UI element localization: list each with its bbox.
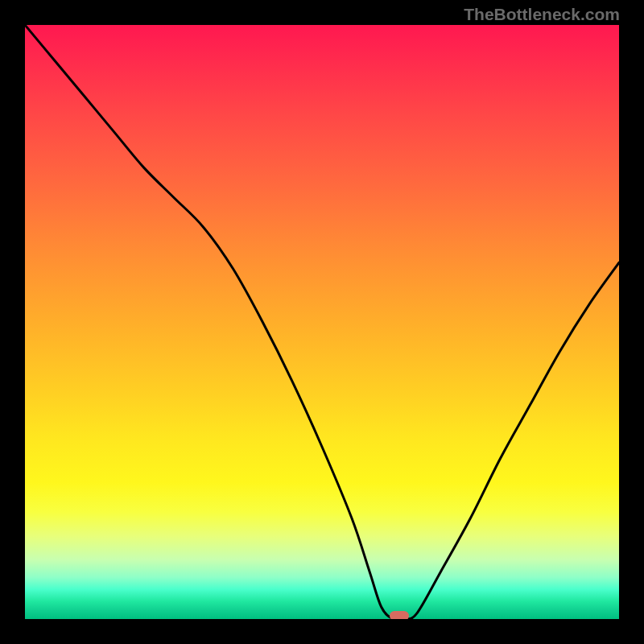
- optimal-marker: [390, 611, 409, 619]
- bottleneck-curve: [25, 25, 619, 619]
- watermark-text: TheBottleneck.com: [464, 5, 620, 24]
- plot-area: [25, 25, 619, 619]
- chart-frame: TheBottleneck.com: [0, 0, 644, 644]
